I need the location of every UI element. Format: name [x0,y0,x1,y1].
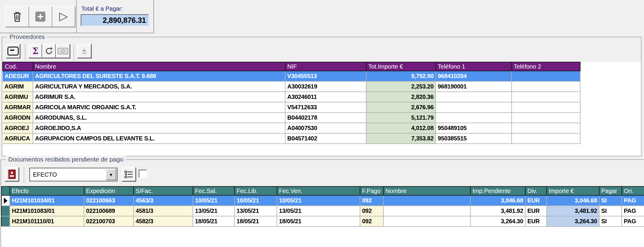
cell-tel1: 950385515 [436,133,512,144]
refresh-button[interactable] [42,44,56,58]
col-header-importe[interactable]: Importe € [547,186,599,195]
proveedor-row[interactable]: AGRODN AGRODUNAS, S.L. B04402178 5,121.7… [3,113,580,123]
options-list-button[interactable] [122,167,136,181]
documento-row[interactable]: H21M101110/01 022100703 4582/3 18/05/21 … [1,216,644,227]
cell-tel2 [512,92,580,102]
proveedor-row[interactable]: AGRUCA AGRUPACION CAMPOS DEL LEVANTE S.L… [3,133,580,144]
top-toolbar: ▷ Total € a Pagar: 2,890,876.31 [0,0,154,33]
dropdown-button[interactable]: ▼ [106,169,116,180]
cell-nif: B04571402 [285,133,366,144]
cell-expedicion: 022100663 [84,195,134,206]
cell-importe: 4,012.08 [366,123,436,133]
cell-sfac: 4582/3 [134,216,193,227]
cell-sfac: 4581/3 [134,206,193,216]
proveedor-row[interactable]: AGRIMU AGRIMUR S.A. A30246011 2,820.36 [3,92,580,102]
sum-button[interactable]: Σ [28,44,42,58]
cell-efecto: H21M101034/01 [10,195,84,206]
col-header-pagar[interactable]: Pagar [599,186,622,195]
cell-pagar: SI [599,195,622,206]
cell-div: EUR [525,195,547,206]
cell-importe: 7,353.82 [366,133,436,144]
documento-row[interactable]: H21M101083/01 022100689 4581/3 13/05/21 … [1,206,644,216]
proveedor-row[interactable]: AGROEJ AGROEJIDO,S.A A04007530 4,012.08 … [3,123,580,133]
proveedor-row[interactable]: ADESUR AGRICULTORES DEL SURESTE S.A.T. 9… [3,71,580,81]
proveedor-row[interactable]: AGRIM AGRICULTURA Y MERCADOS, S.A. A3003… [3,81,580,92]
cell-nif: B04402178 [285,113,366,123]
document-type-value: EFECTO [33,171,57,178]
delete-button[interactable] [6,7,29,27]
cell-importe: 3,481.92 [547,206,599,216]
cell-nombre: AGROEJIDO,S.A [33,123,285,133]
cell-sfac: 4563/3 [134,195,193,206]
cell-imppendiente: 3,481.92 [470,206,525,216]
col-header-efecto[interactable]: Efecto [10,186,84,195]
col-header-nif[interactable]: NIF [285,62,366,71]
cell-fpago: 092 [360,206,383,216]
cell-nombre: AGRIMUR S.A. [33,92,285,102]
col-header-tel1[interactable]: Teléfono 1 [436,62,512,71]
filter-checkbox[interactable] [139,170,147,178]
cell-ori: PAG [622,195,644,206]
documentos-table: Efecto Expedición S/Fac. Fec.Sal. Fec.Li… [1,186,644,227]
book-icon [8,170,16,179]
cell-feclib: 10/05/21 [234,195,277,206]
col-header-div[interactable]: Div. [525,186,547,195]
cell-tel2 [512,71,580,81]
col-header-cod[interactable]: Cod. [3,62,33,71]
documento-row[interactable]: H21M101034/01 022100663 4563/3 10/05/21 … [1,195,644,206]
documentos-toolbar: EFECTO ▼ [1,160,644,186]
row-selector-cell[interactable] [1,195,10,206]
proveedor-row[interactable]: AGRMAR AGRICOLA MARVIC ORGANIC S.A.T. V5… [3,102,580,113]
cell-nif: V54712633 [285,102,366,113]
cell-efecto: H21M101083/01 [10,206,84,216]
row-selector-cell[interactable] [1,216,10,227]
document-book-button[interactable] [5,167,19,181]
cell-nombre [383,216,470,227]
proveedores-groupbox: Proveedores Σ ± [2,37,642,156]
documentos-group-label: Documentos recibidos pendiente de pago [6,156,126,163]
cell-fecsal: 18/05/21 [193,216,234,227]
toolbar-separator [74,44,74,61]
cell-cod: AGROEJ [3,123,33,133]
plus-minus-button[interactable]: ± [77,44,91,58]
cell-importe: 5,121.79 [366,113,436,123]
document-type-select[interactable]: EFECTO ▼ [29,168,118,181]
add-button[interactable] [29,7,52,27]
col-header-fpago[interactable]: F.Pago [360,186,383,195]
cell-tel1 [436,113,512,123]
cell-nif: A04007530 [285,123,366,133]
col-header-fecsal[interactable]: Fec.Sal. [193,186,234,195]
col-header-nombre[interactable]: Nombre [383,186,470,195]
cell-nombre [383,206,470,216]
cell-tel2 [512,102,580,113]
col-header-sfac[interactable]: S/Fac. [134,186,193,195]
cell-cod: AGRMAR [3,102,33,113]
col-header-expedicion[interactable]: Expedición [84,186,134,195]
play-icon: ▷ [59,10,68,22]
cell-fpago: 092 [360,195,383,206]
cell-tel1 [436,102,512,113]
trash-icon [13,11,22,22]
collapse-button[interactable] [6,44,20,58]
run-button[interactable]: ▷ [52,7,75,27]
payments-button[interactable] [56,44,70,58]
cell-tel2 [512,81,580,92]
cell-importe: 2,820.36 [366,92,436,102]
row-selector-cell[interactable] [1,206,10,216]
chevron-down-icon: ▼ [109,172,113,177]
col-header-nombre[interactable]: Nombre [33,62,285,71]
col-header-imppendiente[interactable]: Imp.Pendiente [470,186,525,195]
col-header-fecven[interactable]: Fec.Ven. [277,186,360,195]
col-header-importe[interactable]: Tot.Importe € [366,62,436,71]
cell-nombre: AGRODUNAS, S.L. [33,113,285,123]
cell-cod: AGRIM [3,81,33,92]
col-header-tel2[interactable]: Teléfono 2 [512,62,580,71]
cell-ori: PAG [622,206,644,216]
refresh-icon [45,47,53,56]
sigma-icon: Σ [32,47,38,56]
cell-tel2 [512,133,580,144]
col-header-ori[interactable]: Ori. [622,186,644,195]
col-header-feclib[interactable]: Fec.Lib. [234,186,277,195]
toolbar-separator [76,0,77,33]
list-icon [125,170,133,178]
